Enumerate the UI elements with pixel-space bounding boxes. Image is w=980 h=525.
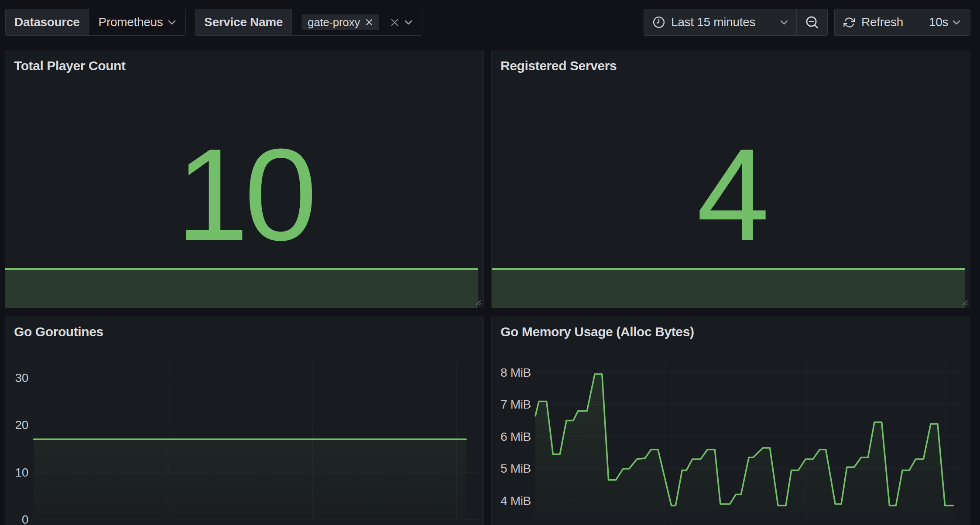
service-name-tag[interactable]: gate-proxy — [302, 14, 379, 30]
svg-text:10: 10 — [15, 466, 28, 479]
datasource-label: Datasource — [6, 9, 89, 35]
panel-go-goroutines: Go Goroutines 0102030 — [5, 317, 484, 525]
clear-selection-icon[interactable] — [390, 18, 399, 27]
datasource-picker: Datasource Prometheus — [5, 9, 186, 36]
svg-text:5 MiB: 5 MiB — [500, 462, 531, 475]
refresh-interval-dropdown[interactable]: 10s — [919, 9, 970, 35]
clock-icon — [652, 16, 665, 29]
zoom-out-button[interactable] — [797, 9, 827, 35]
refresh-controls: Refresh 10s — [834, 9, 970, 36]
chevron-down-icon — [404, 20, 412, 25]
chevron-down-icon — [168, 20, 176, 25]
refresh-interval-value: 10s — [929, 15, 948, 29]
time-range-text: Last 15 minutes — [671, 15, 755, 29]
dashboard-toolbar: Datasource Prometheus Service Name gate-… — [0, 0, 980, 44]
stat-value: 4 — [492, 129, 970, 260]
time-series-chart[interactable]: 0102030 — [5, 317, 483, 525]
svg-text:0: 0 — [22, 513, 28, 525]
panel-total-player-count: Total Player Count 10 — [5, 51, 484, 308]
panel-title[interactable]: Registered Servers — [500, 58, 617, 73]
panel-resize-handle[interactable] — [959, 297, 969, 307]
panel-title[interactable]: Total Player Count — [14, 58, 126, 73]
svg-text:7 MiB: 7 MiB — [500, 398, 531, 411]
time-range-button[interactable]: Last 15 minutes — [644, 9, 796, 35]
chevron-down-icon — [780, 20, 788, 25]
svg-text:8 MiB: 8 MiB — [500, 366, 531, 379]
svg-text:20: 20 — [15, 418, 28, 432]
refresh-button[interactable]: Refresh — [835, 9, 919, 35]
stat-value: 10 — [5, 129, 483, 260]
panel-go-memory-usage: Go Memory Usage (Alloc Bytes) 4 MiB5 MiB… — [491, 317, 970, 525]
datasource-select[interactable]: Prometheus — [89, 9, 185, 35]
time-series-chart[interactable]: 4 MiB5 MiB6 MiB7 MiB8 MiB — [492, 317, 970, 525]
service-name-label: Service Name — [195, 9, 292, 35]
panel-registered-servers: Registered Servers 4 — [491, 51, 970, 308]
refresh-label: Refresh — [861, 15, 903, 29]
time-range-picker: Last 15 minutes — [644, 9, 828, 36]
datasource-value: Prometheus — [99, 15, 163, 29]
service-name-filter: Service Name gate-proxy — [195, 9, 422, 36]
stat-sparkline — [5, 268, 478, 308]
zoom-out-icon — [805, 15, 819, 30]
service-name-tag-text: gate-proxy — [308, 16, 360, 29]
svg-text:6 MiB: 6 MiB — [500, 430, 531, 443]
refresh-icon — [843, 16, 856, 29]
svg-text:30: 30 — [15, 371, 28, 385]
service-name-select[interactable]: gate-proxy — [292, 9, 422, 35]
panel-resize-handle[interactable] — [473, 297, 482, 307]
stat-sparkline — [492, 268, 965, 308]
remove-tag-icon[interactable] — [365, 18, 373, 26]
chevron-down-icon — [953, 20, 960, 25]
svg-text:4 MiB: 4 MiB — [500, 494, 531, 508]
